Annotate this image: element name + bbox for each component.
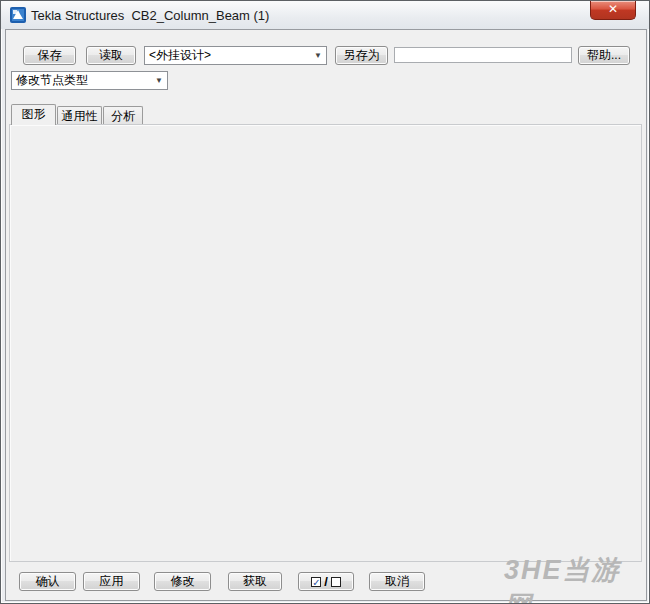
preset-select[interactable]: <外挂设计> ▼ [144,46,327,65]
window-titlebar[interactable]: Tekla Structures CB2_Column_Beam (1) ✕ [1,1,649,29]
save-as-name-input[interactable] [394,47,572,63]
slash-separator: / [324,573,328,590]
ok-button[interactable]: 确认 [19,572,76,591]
tekla-dialog: Tekla Structures CB2_Column_Beam (1) ✕ 保… [0,0,650,604]
tab-analysis[interactable]: 分析 [103,106,143,125]
window-title: Tekla Structures CB2_Column_Beam (1) [31,8,269,23]
unchecked-box-icon [331,577,341,587]
get-button[interactable]: 获取 [228,572,282,591]
cancel-button[interactable]: 取消 [369,572,425,591]
joint-type-select[interactable]: 修改节点类型 ▼ [11,71,168,90]
preset-select-value: <外挂设计> [149,48,211,62]
app-icon [10,7,26,23]
tab-page-graphics [9,124,642,562]
checked-box-icon: ✓ [311,577,321,587]
joint-type-value: 修改节点类型 [16,73,88,87]
save-as-button[interactable]: 另存为 [335,46,388,65]
tab-graphics[interactable]: 图形 [11,104,56,125]
load-button[interactable]: 读取 [86,46,136,65]
save-button[interactable]: 保存 [23,46,76,65]
help-button[interactable]: 帮助... [578,46,630,65]
apply-button[interactable]: 应用 [83,572,140,591]
tab-general[interactable]: 通用性 [57,106,102,125]
chevron-down-icon: ▼ [155,76,163,86]
toggle-all-checkboxes-button[interactable]: ✓/ [298,572,354,591]
chevron-down-icon: ▼ [314,51,322,61]
modify-button[interactable]: 修改 [154,572,211,591]
close-button[interactable]: ✕ [590,1,636,20]
